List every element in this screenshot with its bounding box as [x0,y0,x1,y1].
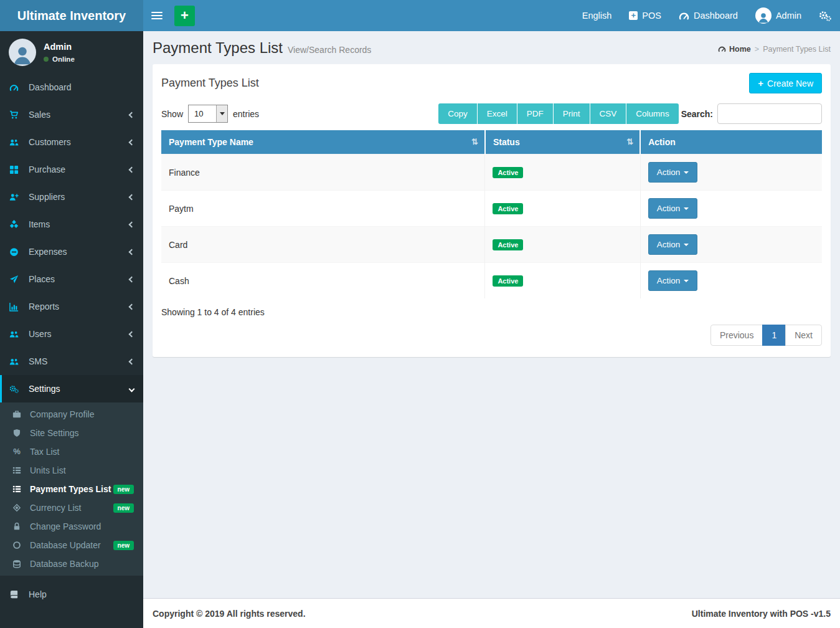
column-header-payment-type-name[interactable]: Payment Type Name [161,130,485,155]
status-badge: Active [493,239,523,250]
chevron-left-icon [129,303,135,310]
sidebar-item-places[interactable]: Places [0,265,143,293]
sidebar-subitem-currency-list[interactable]: Currency Listnew [0,498,143,517]
payment-types-box: Payment Types List Create New Show 10 en… [153,64,831,357]
list-icon [12,485,26,493]
sidebar-subitem-database-updater[interactable]: Database Updaternew [0,536,143,554]
pagination-next-button[interactable]: Next [785,325,822,346]
search-input[interactable] [717,103,822,124]
page-subtitle: View/Search Records [288,45,371,55]
sidebar-subitem-site-settings[interactable]: Site Settings [0,424,143,442]
app-logo[interactable]: Ultimate Inventory [0,0,143,31]
copyright-text: Copyright © 2019 All rights reserved. [153,609,306,619]
page-length-value: 10 [189,105,216,122]
sidebar-subitem-units-list[interactable]: Units List [0,461,143,480]
sidebar-item-purchase[interactable]: Purchase [0,156,143,183]
new-badge: new [113,541,134,550]
chevron-left-icon [129,194,135,200]
payment-type-name-cell: Card [161,227,485,263]
page-title: Payment Types List [153,39,283,57]
export-button-pdf[interactable]: PDF [517,103,553,124]
new-badge: new [113,485,134,494]
sidebar-subitem-payment-types-list[interactable]: Payment Types Listnew [0,480,143,498]
action-dropdown-button[interactable]: Action [648,270,698,291]
sidebar-item-settings[interactable]: Settings [0,375,143,402]
caret-down-icon [684,244,689,246]
export-button-group: CopyExcelPDFPrintCSVColumns [438,103,678,124]
pagination-page-1[interactable]: 1 [762,325,786,346]
bar-chart-icon [9,302,24,312]
caret-down-icon [220,112,225,115]
caret-down-icon [684,207,689,210]
tachometer-icon [679,11,689,21]
sidebar-item-sales[interactable]: Sales [0,101,143,128]
sidebar-item-suppliers[interactable]: Suppliers [0,183,143,211]
payment-types-table: Payment Type Name Status Action FinanceA… [161,130,822,298]
diamond-icon [12,503,26,512]
export-button-excel[interactable]: Excel [478,103,517,124]
users-icon [9,357,24,366]
export-button-csv[interactable]: CSV [590,103,626,124]
breadcrumb-current: Payment Types List [763,45,831,54]
sidebar-user-panel: Admin Online [0,31,143,74]
sidebar-item-users[interactable]: Users [0,320,143,348]
select-dropdown-button[interactable] [216,105,227,122]
table-row: PaytmActiveAction [161,191,822,227]
minus-circle-icon [9,247,24,257]
circle-icon [12,541,26,550]
action-dropdown-button[interactable]: Action [648,234,698,255]
breadcrumb-home-link[interactable]: Home [718,45,751,54]
table-row: FinanceActiveAction [161,155,822,191]
pagination-previous-button[interactable]: Previous [710,325,763,346]
user-name: Admin [44,42,75,52]
sidebar-item-sms[interactable]: SMS [0,348,143,375]
settings-submenu: Company ProfileSite Settings%Tax ListUni… [0,402,143,576]
page-length-select[interactable]: 10 [188,105,228,123]
action-dropdown-button[interactable]: Action [648,198,698,219]
user-avatar [755,7,772,24]
nav-pos-link[interactable]: POS [620,0,670,31]
sidebar-subitem-database-backup[interactable]: Database Backup [0,554,143,573]
sidebar: Admin Online DashboardSalesCustomersPurc… [0,31,143,628]
column-header-action: Action [640,130,822,155]
chevron-left-icon [129,166,135,173]
status-cell: Active [485,191,640,227]
column-header-status[interactable]: Status [485,130,640,155]
sidebar-subitem-change-password[interactable]: Change Password [0,517,143,536]
payment-type-name-cell: Paytm [161,191,485,227]
cogs-icon [9,384,24,394]
sidebar-subitem-tax-list[interactable]: %Tax List [0,442,143,461]
action-dropdown-button[interactable]: Action [648,162,698,183]
status-cell: Active [485,227,640,263]
top-navbar: Ultimate Inventory + English POS Dashboa… [0,0,840,31]
status-cell: Active [485,155,640,191]
create-new-button[interactable]: Create New [749,73,822,93]
nav-dashboard-link[interactable]: Dashboard [670,0,747,31]
table-info-text: Showing 1 to 4 of 4 entries [161,307,822,317]
pagination: Previous 1 Next [161,325,822,346]
plus-square-icon [629,11,638,20]
chevron-left-icon [129,112,135,118]
export-button-copy[interactable]: Copy [438,103,477,124]
caret-down-icon [684,280,689,282]
export-button-print[interactable]: Print [554,103,590,124]
sidebar-item-help[interactable]: Help [0,581,143,608]
table-row: CashActiveAction [161,263,822,299]
sidebar-toggle-button[interactable] [143,0,171,31]
settings-menu[interactable] [810,0,840,31]
version-text: Ultimate Inventory with POS -v1.5 [692,609,831,619]
user-menu[interactable]: Admin [747,0,810,31]
status-cell: Active [485,263,640,299]
export-button-columns[interactable]: Columns [626,103,678,124]
svg-text:%: % [13,447,21,456]
sidebar-item-dashboard[interactable]: Dashboard [0,74,143,101]
quick-add-button[interactable]: + [174,6,195,26]
sidebar-item-customers[interactable]: Customers [0,128,143,156]
sidebar-item-reports[interactable]: Reports [0,293,143,320]
sidebar-item-items[interactable]: Items [0,211,143,238]
sidebar-item-expenses[interactable]: Expenses [0,238,143,265]
chevron-left-icon [129,249,135,255]
sidebar-subitem-company-profile[interactable]: Company Profile [0,405,143,424]
status-badge: Active [493,275,523,287]
language-menu[interactable]: English [573,0,621,31]
